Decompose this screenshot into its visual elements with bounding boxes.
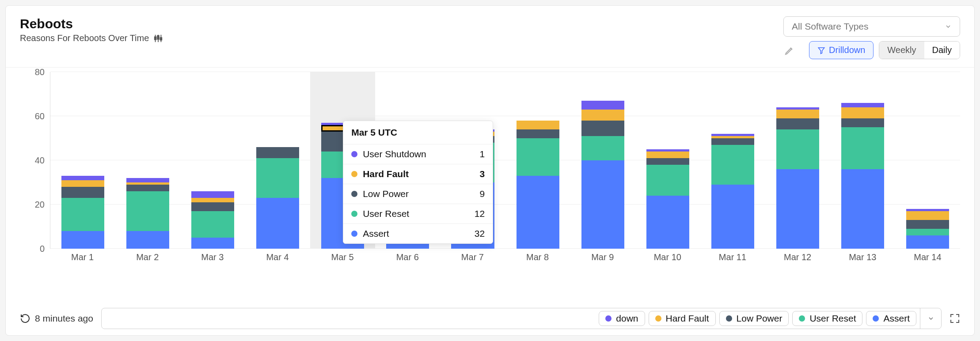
footer: 8 minutes ago downHard FaultLow PowerUse…: [6, 298, 974, 335]
y-tick: 40: [35, 155, 45, 166]
bar-segment: [646, 196, 689, 249]
y-tick: 0: [40, 244, 45, 254]
bar-segment: [517, 138, 559, 176]
legend-item[interactable]: down: [599, 311, 645, 326]
x-tick: Mar 7: [440, 249, 505, 262]
legend-dot-icon: [873, 315, 879, 322]
bar-slot[interactable]: [830, 72, 895, 249]
candlestick-icon: [153, 34, 163, 43]
tooltip-row: Assert32: [343, 224, 493, 243]
y-tick: 80: [35, 67, 45, 77]
legend-item[interactable]: User Reset: [792, 311, 862, 326]
reboots-card: Reboots Reasons For Reboots Over Time Al…: [5, 5, 975, 336]
bar-segment: [256, 158, 299, 198]
legend-label: Assert: [883, 313, 910, 324]
tooltip-title: Mar 5 UTC: [343, 121, 493, 144]
bar-segment: [126, 191, 169, 231]
bar-slot[interactable]: [245, 72, 310, 249]
bar-segment: [711, 185, 754, 249]
x-tick: Mar 2: [115, 249, 180, 262]
software-type-select[interactable]: All Software Types: [783, 16, 960, 37]
x-tick: Mar 13: [830, 249, 895, 262]
svg-rect-3: [158, 35, 160, 39]
legend-label: User Reset: [809, 313, 856, 324]
tooltip-value: 12: [475, 208, 485, 219]
fullscreen-icon[interactable]: [950, 313, 960, 324]
x-tick: Mar 6: [375, 249, 440, 262]
tooltip-row: User Reset12: [343, 204, 493, 224]
bar-slot[interactable]: [700, 72, 765, 249]
bar-slot[interactable]: [765, 72, 830, 249]
y-tick: 60: [35, 111, 45, 121]
tooltip-label: Hard Fault: [363, 169, 474, 179]
bar-slot[interactable]: [895, 72, 960, 249]
bar-segment: [776, 169, 819, 249]
plot[interactable]: [50, 72, 960, 249]
refresh-icon: [20, 313, 30, 324]
legend-item[interactable]: Low Power: [719, 311, 789, 326]
legend-dot-icon: [351, 171, 357, 177]
bar-segment: [776, 110, 819, 118]
y-axis: 020406080: [20, 72, 50, 249]
drilldown-button[interactable]: Drilldown: [809, 41, 874, 59]
granularity-toggle: Weekly Daily: [879, 41, 960, 59]
daily-toggle[interactable]: Daily: [924, 42, 960, 59]
bar-segment: [906, 235, 949, 249]
bar-segment: [841, 118, 884, 127]
bar-slot[interactable]: [505, 72, 570, 249]
bar-segment: [581, 136, 624, 160]
bar-segment: [581, 160, 624, 249]
bar-segment: [581, 101, 624, 110]
tooltip-value: 3: [479, 169, 485, 179]
bar-slot[interactable]: [570, 72, 635, 249]
legend-collapse[interactable]: [920, 308, 941, 329]
legend-dot-icon: [351, 211, 357, 217]
bar-segment: [191, 238, 234, 249]
svg-rect-1: [155, 37, 156, 39]
x-tick: Mar 10: [635, 249, 700, 262]
tooltip-label: Assert: [363, 228, 469, 239]
bar-segment: [906, 211, 949, 220]
bar-segment: [256, 198, 299, 249]
weekly-toggle[interactable]: Weekly: [879, 42, 924, 59]
bar-slot[interactable]: [50, 72, 115, 249]
page-subtitle: Reasons For Reboots Over Time: [20, 33, 163, 43]
legend-dot-icon: [351, 231, 357, 237]
bar-segment: [841, 127, 884, 169]
x-tick: Mar 8: [505, 249, 570, 262]
bar-segment: [61, 198, 104, 231]
bar-slot[interactable]: [180, 72, 245, 249]
x-tick: Mar 3: [180, 249, 245, 262]
y-tick: 20: [35, 200, 45, 210]
bar-segment: [61, 180, 104, 187]
bar-segment: [61, 176, 104, 180]
x-tick: Mar 4: [245, 249, 310, 262]
legend-dot-icon: [605, 315, 612, 322]
edit-icon[interactable]: [784, 45, 795, 56]
legend-label: Hard Fault: [666, 313, 709, 324]
legend-item[interactable]: Hard Fault: [649, 311, 716, 326]
tooltip-row: Low Power9: [343, 184, 493, 204]
card-header: Reboots Reasons For Reboots Over Time Al…: [6, 6, 974, 68]
bar-segment: [256, 147, 299, 158]
legend-label: down: [616, 313, 638, 324]
tooltip-label: User Reset: [363, 208, 469, 219]
bar-segment: [191, 202, 234, 211]
x-tick: Mar 11: [700, 249, 765, 262]
refresh-block[interactable]: 8 minutes ago: [20, 313, 93, 324]
x-tick: Mar 5: [310, 249, 375, 262]
refresh-label: 8 minutes ago: [35, 313, 93, 324]
bar-slot[interactable]: [115, 72, 180, 249]
legend-item[interactable]: Assert: [866, 311, 916, 326]
x-axis: Mar 1Mar 2Mar 3Mar 4Mar 5Mar 6Mar 7Mar 8…: [50, 249, 960, 262]
bar-segment: [191, 198, 234, 202]
software-type-value: All Software Types: [792, 21, 869, 32]
tooltip-row: User Shutdown1: [343, 144, 493, 164]
bar-segment: [517, 176, 559, 249]
svg-marker-6: [818, 48, 824, 54]
bar-segment: [126, 178, 169, 182]
bar-segment: [126, 185, 169, 191]
legend-dot-icon: [726, 315, 732, 322]
bar-slot[interactable]: [635, 72, 700, 249]
bar-segment: [517, 121, 559, 129]
